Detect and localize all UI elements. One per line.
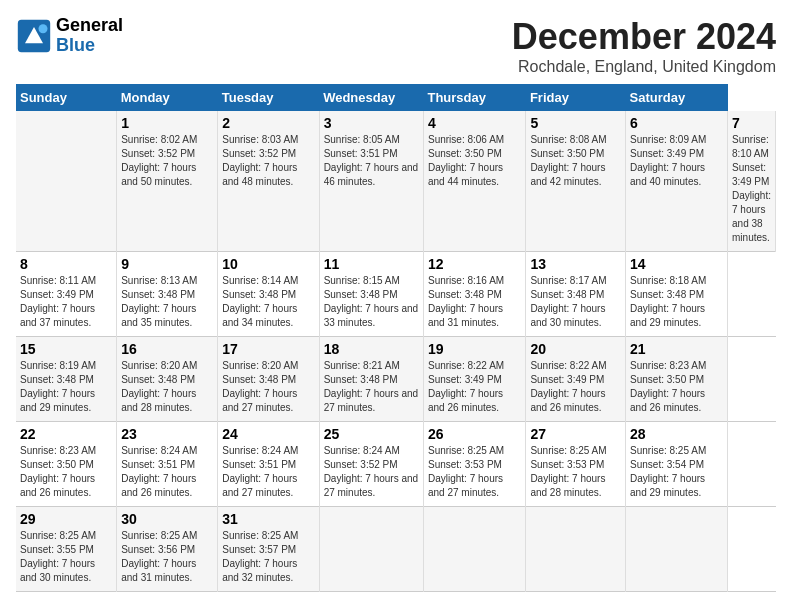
calendar-cell: 13Sunrise: 8:17 AMSunset: 3:48 PMDayligh… <box>526 252 626 337</box>
day-info: Sunrise: 8:24 AMSunset: 3:51 PMDaylight:… <box>121 444 213 500</box>
day-number: 9 <box>121 256 213 272</box>
header-monday: Monday <box>117 84 218 111</box>
day-info: Sunrise: 8:18 AMSunset: 3:48 PMDaylight:… <box>630 274 723 330</box>
calendar-cell: 21Sunrise: 8:23 AMSunset: 3:50 PMDayligh… <box>626 337 728 422</box>
day-info: Sunrise: 8:22 AMSunset: 3:49 PMDaylight:… <box>530 359 621 415</box>
day-info: Sunrise: 8:08 AMSunset: 3:50 PMDaylight:… <box>530 133 621 189</box>
day-info: Sunrise: 8:25 AMSunset: 3:55 PMDaylight:… <box>20 529 112 585</box>
header-tuesday: Tuesday <box>218 84 319 111</box>
day-number: 23 <box>121 426 213 442</box>
calendar-table: SundayMondayTuesdayWednesdayThursdayFrid… <box>16 84 776 592</box>
calendar-cell: 29Sunrise: 8:25 AMSunset: 3:55 PMDayligh… <box>16 507 117 592</box>
day-number: 1 <box>121 115 213 131</box>
day-number: 22 <box>20 426 112 442</box>
calendar-cell: 15Sunrise: 8:19 AMSunset: 3:48 PMDayligh… <box>16 337 117 422</box>
day-number: 8 <box>20 256 112 272</box>
calendar-cell: 25Sunrise: 8:24 AMSunset: 3:52 PMDayligh… <box>319 422 423 507</box>
calendar-cell: 20Sunrise: 8:22 AMSunset: 3:49 PMDayligh… <box>526 337 626 422</box>
day-info: Sunrise: 8:05 AMSunset: 3:51 PMDaylight:… <box>324 133 419 189</box>
calendar-cell: 30Sunrise: 8:25 AMSunset: 3:56 PMDayligh… <box>117 507 218 592</box>
month-title: December 2024 <box>512 16 776 58</box>
day-number: 28 <box>630 426 723 442</box>
day-number: 30 <box>121 511 213 527</box>
calendar-cell: 4Sunrise: 8:06 AMSunset: 3:50 PMDaylight… <box>423 111 525 252</box>
day-number: 3 <box>324 115 419 131</box>
logo-icon <box>16 18 52 54</box>
day-number: 7 <box>732 115 771 131</box>
calendar-cell: 8Sunrise: 8:11 AMSunset: 3:49 PMDaylight… <box>16 252 117 337</box>
day-info: Sunrise: 8:06 AMSunset: 3:50 PMDaylight:… <box>428 133 521 189</box>
day-number: 19 <box>428 341 521 357</box>
day-info: Sunrise: 8:25 AMSunset: 3:53 PMDaylight:… <box>428 444 521 500</box>
week-row-2: 8Sunrise: 8:11 AMSunset: 3:49 PMDaylight… <box>16 252 776 337</box>
day-info: Sunrise: 8:21 AMSunset: 3:48 PMDaylight:… <box>324 359 419 415</box>
day-info: Sunrise: 8:16 AMSunset: 3:48 PMDaylight:… <box>428 274 521 330</box>
day-info: Sunrise: 8:19 AMSunset: 3:48 PMDaylight:… <box>20 359 112 415</box>
day-info: Sunrise: 8:11 AMSunset: 3:49 PMDaylight:… <box>20 274 112 330</box>
header-thursday: Thursday <box>423 84 525 111</box>
calendar-cell: 16Sunrise: 8:20 AMSunset: 3:48 PMDayligh… <box>117 337 218 422</box>
day-number: 13 <box>530 256 621 272</box>
calendar-cell: 10Sunrise: 8:14 AMSunset: 3:48 PMDayligh… <box>218 252 319 337</box>
day-info: Sunrise: 8:25 AMSunset: 3:54 PMDaylight:… <box>630 444 723 500</box>
day-number: 25 <box>324 426 419 442</box>
header-friday: Friday <box>526 84 626 111</box>
day-number: 12 <box>428 256 521 272</box>
calendar-cell: 17Sunrise: 8:20 AMSunset: 3:48 PMDayligh… <box>218 337 319 422</box>
calendar-cell: 24Sunrise: 8:24 AMSunset: 3:51 PMDayligh… <box>218 422 319 507</box>
day-number: 17 <box>222 341 314 357</box>
day-number: 5 <box>530 115 621 131</box>
day-info: Sunrise: 8:10 AMSunset: 3:49 PMDaylight:… <box>732 133 771 245</box>
day-info: Sunrise: 8:25 AMSunset: 3:56 PMDaylight:… <box>121 529 213 585</box>
calendar-cell: 5Sunrise: 8:08 AMSunset: 3:50 PMDaylight… <box>526 111 626 252</box>
logo: General Blue <box>16 16 123 56</box>
week-row-4: 22Sunrise: 8:23 AMSunset: 3:50 PMDayligh… <box>16 422 776 507</box>
day-number: 26 <box>428 426 521 442</box>
calendar-cell: 26Sunrise: 8:25 AMSunset: 3:53 PMDayligh… <box>423 422 525 507</box>
calendar-cell: 18Sunrise: 8:21 AMSunset: 3:48 PMDayligh… <box>319 337 423 422</box>
calendar-cell: 6Sunrise: 8:09 AMSunset: 3:49 PMDaylight… <box>626 111 728 252</box>
header-wednesday: Wednesday <box>319 84 423 111</box>
header: General Blue December 2024 Rochdale, Eng… <box>16 16 776 76</box>
day-info: Sunrise: 8:03 AMSunset: 3:52 PMDaylight:… <box>222 133 314 189</box>
day-number: 20 <box>530 341 621 357</box>
calendar-cell: 22Sunrise: 8:23 AMSunset: 3:50 PMDayligh… <box>16 422 117 507</box>
day-info: Sunrise: 8:24 AMSunset: 3:51 PMDaylight:… <box>222 444 314 500</box>
calendar-cell <box>526 507 626 592</box>
day-info: Sunrise: 8:25 AMSunset: 3:53 PMDaylight:… <box>530 444 621 500</box>
calendar-cell: 12Sunrise: 8:16 AMSunset: 3:48 PMDayligh… <box>423 252 525 337</box>
logo-text: General Blue <box>56 16 123 56</box>
day-number: 2 <box>222 115 314 131</box>
day-info: Sunrise: 8:20 AMSunset: 3:48 PMDaylight:… <box>121 359 213 415</box>
day-number: 6 <box>630 115 723 131</box>
week-row-3: 15Sunrise: 8:19 AMSunset: 3:48 PMDayligh… <box>16 337 776 422</box>
day-number: 10 <box>222 256 314 272</box>
week-row-5: 29Sunrise: 8:25 AMSunset: 3:55 PMDayligh… <box>16 507 776 592</box>
day-info: Sunrise: 8:17 AMSunset: 3:48 PMDaylight:… <box>530 274 621 330</box>
day-info: Sunrise: 8:14 AMSunset: 3:48 PMDaylight:… <box>222 274 314 330</box>
day-number: 31 <box>222 511 314 527</box>
header-row: SundayMondayTuesdayWednesdayThursdayFrid… <box>16 84 776 111</box>
calendar-cell: 3Sunrise: 8:05 AMSunset: 3:51 PMDaylight… <box>319 111 423 252</box>
day-number: 24 <box>222 426 314 442</box>
day-info: Sunrise: 8:20 AMSunset: 3:48 PMDaylight:… <box>222 359 314 415</box>
calendar-cell: 28Sunrise: 8:25 AMSunset: 3:54 PMDayligh… <box>626 422 728 507</box>
calendar-cell <box>626 507 728 592</box>
calendar-cell: 1Sunrise: 8:02 AMSunset: 3:52 PMDaylight… <box>117 111 218 252</box>
day-number: 18 <box>324 341 419 357</box>
calendar-cell: 27Sunrise: 8:25 AMSunset: 3:53 PMDayligh… <box>526 422 626 507</box>
calendar-cell: 9Sunrise: 8:13 AMSunset: 3:48 PMDaylight… <box>117 252 218 337</box>
calendar-cell <box>16 111 117 252</box>
calendar-cell: 2Sunrise: 8:03 AMSunset: 3:52 PMDaylight… <box>218 111 319 252</box>
day-info: Sunrise: 8:24 AMSunset: 3:52 PMDaylight:… <box>324 444 419 500</box>
day-info: Sunrise: 8:22 AMSunset: 3:49 PMDaylight:… <box>428 359 521 415</box>
day-number: 4 <box>428 115 521 131</box>
day-info: Sunrise: 8:09 AMSunset: 3:49 PMDaylight:… <box>630 133 723 189</box>
calendar-cell: 11Sunrise: 8:15 AMSunset: 3:48 PMDayligh… <box>319 252 423 337</box>
svg-point-2 <box>39 24 48 33</box>
header-saturday: Saturday <box>626 84 728 111</box>
calendar-cell: 14Sunrise: 8:18 AMSunset: 3:48 PMDayligh… <box>626 252 728 337</box>
day-number: 16 <box>121 341 213 357</box>
day-number: 15 <box>20 341 112 357</box>
week-row-1: 1Sunrise: 8:02 AMSunset: 3:52 PMDaylight… <box>16 111 776 252</box>
